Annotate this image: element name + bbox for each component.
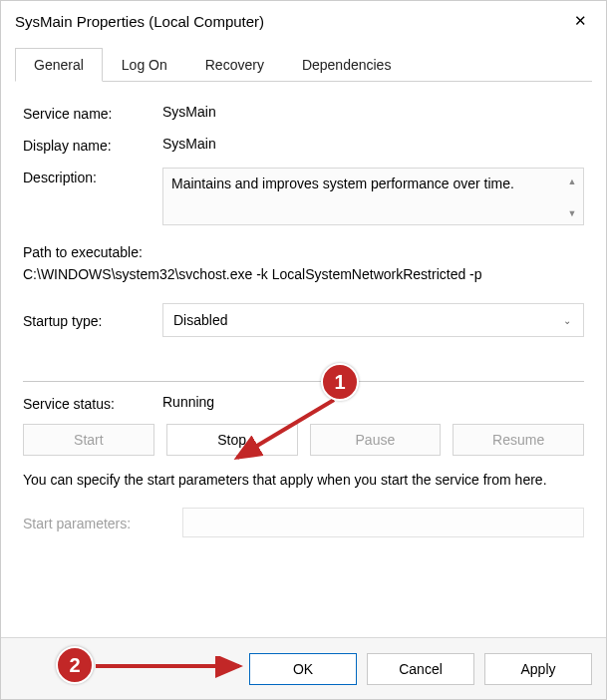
- ok-button[interactable]: OK: [249, 653, 357, 685]
- divider: [23, 381, 584, 382]
- startup-type-value: Disabled: [173, 312, 227, 328]
- path-value: C:\WINDOWS\system32\svchost.exe -k Local…: [23, 263, 584, 285]
- annotation-marker-1: 1: [321, 363, 359, 401]
- close-icon: ✕: [574, 12, 587, 30]
- service-name-label: Service name:: [23, 104, 162, 122]
- start-button: Start: [23, 424, 154, 456]
- start-parameters-label: Start parameters:: [23, 514, 182, 531]
- display-name-value: SysMain: [162, 136, 584, 152]
- chevron-down-icon: ⌄: [563, 315, 571, 326]
- description-scroll[interactable]: ▲ ▼: [565, 173, 579, 222]
- apply-button[interactable]: Apply: [484, 653, 592, 685]
- tab-log-on[interactable]: Log On: [103, 48, 186, 82]
- close-button[interactable]: ✕: [558, 5, 602, 37]
- annotation-arrow-2: [92, 656, 251, 680]
- scroll-up-icon: ▲: [568, 173, 577, 190]
- description-label: Description:: [23, 168, 162, 185]
- description-box: Maintains and improves system performanc…: [162, 168, 584, 225]
- startup-type-label: Startup type:: [23, 311, 162, 329]
- startup-type-select[interactable]: Disabled ⌄: [162, 303, 584, 337]
- cancel-button[interactable]: Cancel: [367, 653, 474, 685]
- resume-button: Resume: [453, 424, 584, 456]
- scroll-down-icon: ▼: [568, 204, 577, 222]
- tab-recovery[interactable]: Recovery: [186, 48, 283, 82]
- tab-general[interactable]: General: [15, 48, 103, 82]
- annotation-marker-2: 2: [56, 646, 94, 684]
- window-title: SysMain Properties (Local Computer): [15, 13, 558, 30]
- titlebar: SysMain Properties (Local Computer) ✕: [1, 1, 606, 41]
- display-name-label: Display name:: [23, 136, 162, 154]
- service-status-label: Service status:: [23, 394, 162, 412]
- annotation-arrow-1: [219, 394, 349, 474]
- path-label: Path to executable:: [23, 241, 584, 263]
- tab-panel-general: Service name: SysMain Display name: SysM…: [1, 82, 606, 637]
- tab-dependencies[interactable]: Dependencies: [283, 48, 411, 82]
- service-name-value: SysMain: [162, 104, 584, 120]
- description-text: Maintains and improves system performanc…: [171, 175, 514, 191]
- svg-line-0: [237, 400, 334, 458]
- start-parameters-input: [182, 508, 584, 537]
- tab-strip: General Log On Recovery Dependencies: [15, 47, 592, 82]
